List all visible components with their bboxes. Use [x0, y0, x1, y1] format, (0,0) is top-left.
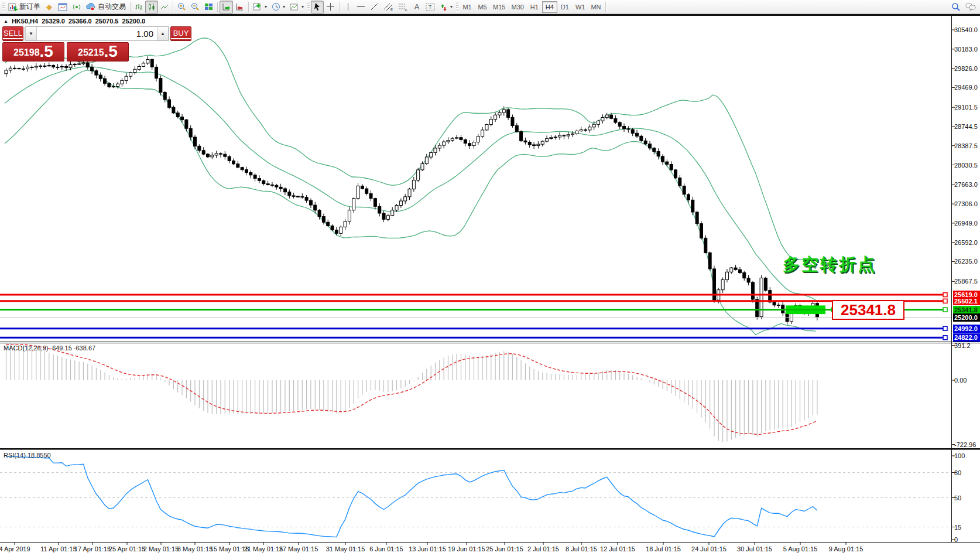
tf-m1-button[interactable]: M1: [460, 1, 475, 13]
channel-tool-button[interactable]: E: [381, 1, 396, 13]
text-label-icon: T: [426, 3, 435, 11]
tf-m15-button[interactable]: M15: [490, 1, 508, 13]
candle-chart-icon: [148, 3, 156, 11]
tf-mn-button[interactable]: MN: [588, 1, 604, 13]
chart-ohlc-header: ▲ HK50,H4 25329.0 25366.0 25070.5 25200.…: [4, 18, 145, 25]
channel-icon: E: [383, 2, 393, 11]
price-tick-label: 27663.0: [954, 181, 980, 188]
chinese-annotation-text[interactable]: 多空转折点: [783, 253, 876, 277]
tf-h4-button[interactable]: H4: [542, 1, 557, 13]
line-chart-button[interactable]: [158, 1, 171, 13]
periods-button[interactable]: ▾: [269, 1, 287, 13]
crosshair-tool-button[interactable]: [324, 1, 337, 13]
price-tick-label: 29101.5: [954, 104, 980, 111]
market-button[interactable]: ◆: [43, 1, 56, 13]
signals-button[interactable]: [70, 1, 84, 13]
templates-button[interactable]: ▾: [287, 1, 306, 13]
sell-button[interactable]: SELL: [2, 26, 23, 41]
pane-separators[interactable]: [0, 16, 980, 543]
price-marker-label: 25502.1: [953, 297, 980, 305]
buy-button[interactable]: BUY: [170, 26, 191, 41]
time-axis-label: 4 Apr 2019: [0, 545, 30, 552]
autotrade-button[interactable]: 自动交易: [84, 1, 128, 13]
candle-chart-button[interactable]: [145, 1, 158, 13]
vline-tool-button[interactable]: [341, 1, 354, 13]
volume-decrease-button[interactable]: ▼: [25, 27, 37, 40]
sell-label: SELL: [4, 29, 22, 37]
tile-windows-button[interactable]: [202, 1, 215, 13]
time-axis-label: 30 Jul 01:15: [737, 545, 772, 552]
auto-scroll-button[interactable]: [220, 1, 233, 13]
tile-windows-icon: [204, 3, 213, 11]
volume-input[interactable]: [37, 27, 157, 40]
chat-button[interactable]: [963, 1, 979, 13]
collapse-arrow-icon[interactable]: ▲: [4, 19, 8, 24]
price-tick-label: 28744.5: [954, 123, 980, 130]
search-button[interactable]: [949, 1, 963, 13]
fibonacci-tool-button[interactable]: F: [396, 1, 410, 13]
price-callout-box[interactable]: 25341.8: [832, 300, 904, 320]
toolbar-grip: [456, 2, 458, 12]
dropdown-arrow-icon: ▾: [450, 4, 453, 9]
price-tick-label: 26235.0: [954, 258, 980, 265]
arrows-tool-button[interactable]: ▾: [437, 1, 455, 13]
price-tick-label: 28387.5: [954, 142, 980, 149]
open-value: 25329.0: [42, 18, 65, 25]
rsi-tick-label: 0: [954, 536, 980, 543]
price-tick-label: 29469.0: [954, 84, 980, 91]
volume-increase-button[interactable]: ▲: [157, 27, 169, 40]
zoom-out-icon: [191, 2, 200, 11]
trendline-icon: [370, 2, 379, 11]
mt4-window: 新订单 ◆ 自动交易: [0, 0, 980, 556]
chart-shift-icon: [235, 3, 244, 11]
high-value: 25366.0: [68, 18, 92, 25]
horizontal-lines[interactable]: [0, 293, 947, 340]
low-value: 25070.5: [95, 18, 119, 25]
rsi-tick-label: 80: [954, 469, 980, 476]
sell-price-button[interactable]: 25198 .5: [2, 42, 64, 62]
charts-window-button[interactable]: [56, 1, 70, 13]
cursor-tool-button[interactable]: [311, 1, 324, 13]
buy-price-main: 25215: [78, 46, 104, 60]
macd-tick-label: -722.96: [954, 441, 980, 448]
time-axis-label: 27 May 01:15: [279, 545, 318, 552]
zoom-in-button[interactable]: [175, 1, 189, 13]
tf-m30-button[interactable]: M30: [508, 1, 526, 13]
time-axis-label: 8 Jul 01:15: [566, 545, 597, 552]
horizontal-line-icon: [357, 4, 365, 10]
new-order-button[interactable]: 新订单: [6, 1, 43, 13]
new-order-label: 新订单: [19, 2, 40, 12]
trendline-tool-button[interactable]: [368, 1, 381, 13]
one-click-trading-panel: SELL ▼ ▲ BUY 25198 .5 25215 .5: [2, 26, 129, 63]
tf-h1-button[interactable]: H1: [527, 1, 542, 13]
zoom-out-button[interactable]: [189, 1, 202, 13]
dropdown-arrow-icon: ▾: [283, 4, 285, 9]
time-axis-label: 17 Apr 01:15: [74, 545, 111, 552]
line-chart-icon: [160, 3, 169, 11]
tf-m5-button[interactable]: M5: [475, 1, 490, 13]
sell-underline: [3, 38, 23, 39]
svg-text:T: T: [429, 4, 432, 10]
candles: [5, 56, 818, 325]
chart-shift-button[interactable]: [233, 1, 246, 13]
time-axis-label: 31 May 01:15: [326, 545, 365, 552]
text-tool-button[interactable]: A: [410, 1, 423, 13]
template-icon: [290, 3, 299, 11]
chart-plot[interactable]: [0, 0, 980, 556]
buy-price-frac: .5: [104, 43, 118, 60]
auto-scroll-icon: [222, 3, 231, 11]
buy-price-button[interactable]: 25215 .5: [67, 42, 129, 62]
time-axis-label: 15 May 01:15: [210, 545, 249, 552]
toolbar-separator: [605, 2, 606, 12]
time-axis-label: 18 Jul 01:15: [646, 545, 681, 552]
sell-price-frac: .5: [40, 43, 53, 60]
tf-w1-button[interactable]: W1: [573, 1, 588, 13]
time-axis-label: 21 May 01:15: [244, 545, 283, 552]
price-marker-label: 24822.0: [953, 333, 980, 342]
hline-tool-button[interactable]: [354, 1, 368, 13]
tf-d1-button[interactable]: D1: [557, 1, 573, 13]
bar-chart-button[interactable]: [132, 1, 145, 13]
time-axis-label: 25 Jun 01:15: [486, 545, 523, 552]
label-tool-button[interactable]: T: [423, 1, 437, 13]
indicators-button[interactable]: ▾: [251, 1, 269, 13]
